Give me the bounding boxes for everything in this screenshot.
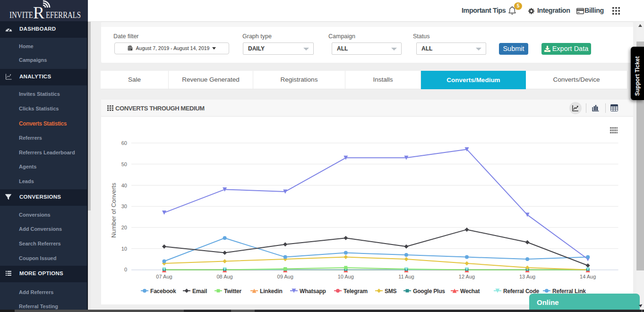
svg-text:60: 60 <box>121 140 127 146</box>
svg-text:Twitter: Twitter <box>224 288 242 295</box>
svg-text:R: R <box>33 3 44 22</box>
svg-text:INVITE: INVITE <box>9 10 33 20</box>
svg-text:14 Aug: 14 Aug <box>580 274 596 279</box>
svg-text:09 Aug: 09 Aug <box>277 274 293 279</box>
svg-text:Wechat: Wechat <box>460 288 480 295</box>
svg-text:12 Aug: 12 Aug <box>459 274 475 279</box>
svg-text:Number of Converts: Number of Converts <box>110 183 117 238</box>
svg-text:40: 40 <box>121 183 127 188</box>
svg-text:SMS: SMS <box>385 288 397 295</box>
svg-text:Linkedin: Linkedin <box>260 288 283 295</box>
svg-text:10 Aug: 10 Aug <box>338 274 354 279</box>
svg-text:Whatsapp: Whatsapp <box>300 288 326 295</box>
svg-text:Facebook: Facebook <box>150 288 176 295</box>
svg-text:Telegram: Telegram <box>343 288 368 295</box>
svg-text:20: 20 <box>121 225 127 230</box>
svg-text:08 Aug: 08 Aug <box>216 274 232 279</box>
svg-text:Email: Email <box>192 288 207 295</box>
svg-text:50: 50 <box>121 161 127 167</box>
svg-text:EFERRALS: EFERRALS <box>46 10 81 20</box>
svg-text:10: 10 <box>121 246 127 252</box>
svg-text:07 Aug: 07 Aug <box>156 274 172 279</box>
svg-text:Google Plus: Google Plus <box>413 288 445 295</box>
svg-text:13 Aug: 13 Aug <box>519 274 535 279</box>
svg-text:11 Aug: 11 Aug <box>398 274 414 279</box>
svg-text:30: 30 <box>121 203 127 209</box>
svg-text:0: 0 <box>124 267 127 272</box>
